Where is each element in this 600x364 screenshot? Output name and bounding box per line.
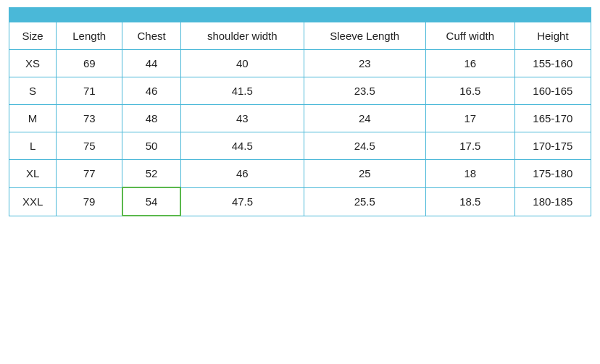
cell-chest: 50 [122, 132, 181, 160]
cell-shoulder_width: 40 [180, 50, 304, 77]
cell-shoulder_width: 43 [180, 105, 304, 132]
cell-sleeve_length: 23 [304, 50, 425, 77]
size-table: SizeLengthChestshoulder widthSleeve Leng… [9, 22, 591, 216]
cell-size: S [9, 77, 57, 105]
cell-cuff_width: 16 [425, 50, 514, 77]
cell-chest: 44 [122, 50, 181, 77]
table-row: XXL795447.525.518.5180-185 [9, 187, 591, 216]
cell-cuff_width: 17.5 [425, 132, 514, 160]
page-wrapper: SizeLengthChestshoulder widthSleeve Leng… [0, 0, 600, 364]
cell-chest: 54 [122, 187, 181, 216]
table-title [9, 7, 591, 22]
table-row: XS6944402316155-160 [9, 50, 591, 77]
cell-length: 79 [57, 187, 122, 216]
cell-length: 75 [57, 132, 122, 160]
col-header-height: Height [514, 22, 591, 50]
cell-shoulder_width: 46 [180, 160, 304, 188]
cell-shoulder_width: 41.5 [180, 77, 304, 105]
cell-size: XL [9, 160, 57, 188]
col-header-shoulder-width: shoulder width [180, 22, 304, 50]
col-header-cuff-width: Cuff width [425, 22, 514, 50]
cell-height: 165-170 [514, 105, 591, 132]
table-header-row: SizeLengthChestshoulder widthSleeve Leng… [9, 22, 591, 50]
cell-length: 73 [57, 105, 122, 132]
cell-length: 77 [57, 160, 122, 188]
cell-length: 71 [57, 77, 122, 105]
cell-length: 69 [57, 50, 122, 77]
cell-size: XXL [9, 187, 57, 216]
table-row: M7348432417165-170 [9, 105, 591, 132]
cell-size: M [9, 105, 57, 132]
cell-height: 175-180 [514, 160, 591, 188]
cell-height: 160-165 [514, 77, 591, 105]
cell-shoulder_width: 44.5 [180, 132, 304, 160]
col-header-chest: Chest [122, 22, 181, 50]
cell-cuff_width: 18 [425, 160, 514, 188]
col-header-size: Size [9, 22, 57, 50]
cell-height: 155-160 [514, 50, 591, 77]
cell-cuff_width: 17 [425, 105, 514, 132]
cell-height: 170-175 [514, 132, 591, 160]
cell-sleeve_length: 24 [304, 105, 425, 132]
cell-chest: 52 [122, 160, 181, 188]
table-row: XL7752462518175-180 [9, 160, 591, 188]
cell-sleeve_length: 24.5 [304, 132, 425, 160]
cell-cuff_width: 18.5 [425, 187, 514, 216]
table-row: L755044.524.517.5170-175 [9, 132, 591, 160]
table-body: XS6944402316155-160S714641.523.516.5160-… [9, 50, 591, 216]
cell-shoulder_width: 47.5 [180, 187, 304, 216]
cell-sleeve_length: 25 [304, 160, 425, 188]
cell-size: L [9, 132, 57, 160]
cell-sleeve_length: 25.5 [304, 187, 425, 216]
cell-sleeve_length: 23.5 [304, 77, 425, 105]
cell-chest: 48 [122, 105, 181, 132]
table-row: S714641.523.516.5160-165 [9, 77, 591, 105]
cell-size: XS [9, 50, 57, 77]
cell-height: 180-185 [514, 187, 591, 216]
col-header-length: Length [57, 22, 122, 50]
cell-cuff_width: 16.5 [425, 77, 514, 105]
col-header-sleeve-length: Sleeve Length [304, 22, 425, 50]
cell-chest: 46 [122, 77, 181, 105]
